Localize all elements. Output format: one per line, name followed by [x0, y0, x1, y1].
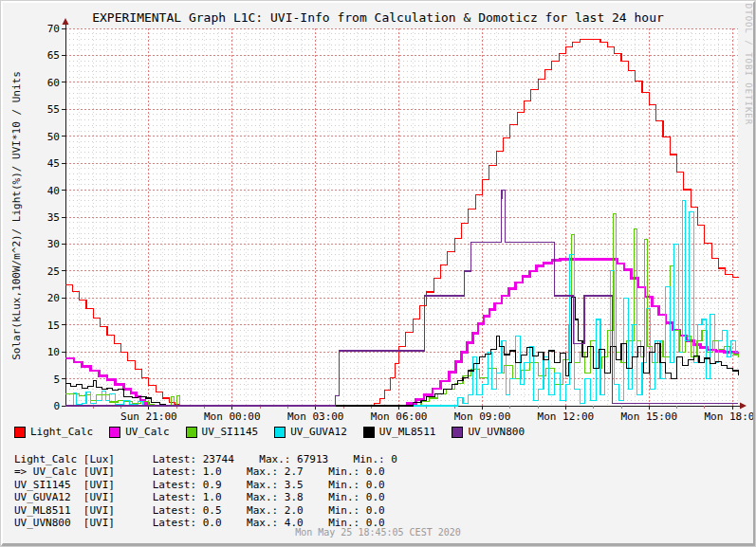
legend-item-uv_calc: UV_Calc: [109, 426, 169, 438]
legend-swatch-icon: [452, 427, 463, 438]
y-tick-label: 25: [47, 265, 60, 278]
legend-swatch-icon: [186, 427, 197, 438]
plot-canvas: [65, 28, 738, 406]
y-tick-label: 50: [47, 131, 60, 143]
legend-label: UV_ML8511: [379, 426, 436, 438]
x-tick-label: Mon 06:00: [371, 410, 428, 423]
x-tick-label: Mon 18:00: [704, 410, 756, 423]
y-tick-label: 30: [47, 238, 60, 250]
y-tick-label: 45: [47, 157, 60, 170]
y-tick-label: 40: [47, 185, 60, 197]
legend-item-uv_si1145: UV_SI1145: [186, 426, 259, 438]
stats-block: Light_Calc [Lux] Latest: 23744 Max.: 679…: [14, 453, 397, 529]
y-tick-label: 70: [47, 23, 60, 35]
x-tick-label: Mon 00:00: [204, 410, 261, 423]
x-tick-label: Mon 12:00: [538, 410, 595, 423]
x-tick-label: Mon 03:00: [287, 410, 344, 423]
x-tick-label: Mon 09:00: [454, 410, 511, 423]
y-tick-label: 10: [47, 346, 60, 358]
x-tick-label: Sun 21:00: [120, 410, 177, 423]
chart-legend: Light_CalcUV_CalcUV_SI1145UV_GUVA12UV_ML…: [14, 426, 541, 438]
y-tick-label: 5: [53, 374, 60, 386]
stats-line: Light_Calc [Lux] Latest: 23744 Max.: 679…: [14, 453, 397, 465]
y-tick-label: 55: [47, 103, 60, 116]
y-tick-label: 20: [47, 292, 60, 304]
legend-label: UV_GUVA12: [290, 426, 347, 438]
legend-label: UV_SI1145: [202, 426, 259, 438]
y-tick-label: 35: [47, 211, 60, 224]
legend-swatch-icon: [14, 427, 26, 438]
legend-swatch-icon: [363, 427, 375, 438]
stats-line: UV_ML8511 [UVI] Latest: 0.5 Max.: 2.0 Mi…: [14, 504, 397, 517]
y-tick-label: 15: [47, 319, 60, 332]
legend-label: Light_Calc: [30, 426, 93, 438]
stats-line: UV_GUVA12 [UVI] Latest: 1.0 Max.: 3.8 Mi…: [14, 491, 397, 503]
legend-item-uv_ml8511: UV_ML8511: [363, 426, 436, 438]
y-axis-arrow-icon: [63, 18, 69, 25]
legend-swatch-icon: [109, 427, 120, 438]
stats-line: => UV_Calc [UVI] Latest: 1.0 Max.: 2.7 M…: [14, 465, 397, 478]
generation-timestamp: Mon May 25 18:45:05 CEST 2020: [1, 527, 755, 538]
y-tick-label: 0: [53, 400, 60, 412]
stats-line: UV_SI1145 [UVI] Latest: 0.9 Max.: 3.5 Mi…: [14, 479, 397, 491]
y-tick-label: 60: [47, 77, 60, 89]
y-tick-label: 65: [47, 49, 60, 62]
x-axis-arrow-icon: [740, 403, 747, 410]
chart-plot-area: 0510152025303540455055606570Sun 21:00Mon…: [1, 1, 756, 424]
legend-label: UV_UVN800: [468, 426, 525, 438]
legend-item-light_calc: Light_Calc: [14, 426, 93, 438]
legend-swatch-icon: [274, 427, 286, 438]
rrdtool-graph-image: EXPERIMENTAL Graph L1C: UVI-Info from Ca…: [0, 0, 756, 547]
legend-label: UV_Calc: [125, 426, 169, 438]
x-tick-label: Mon 15:00: [620, 410, 677, 423]
legend-item-uv_guva12: UV_GUVA12: [274, 426, 347, 438]
legend-item-uv_uvn800: UV_UVN800: [452, 426, 525, 438]
